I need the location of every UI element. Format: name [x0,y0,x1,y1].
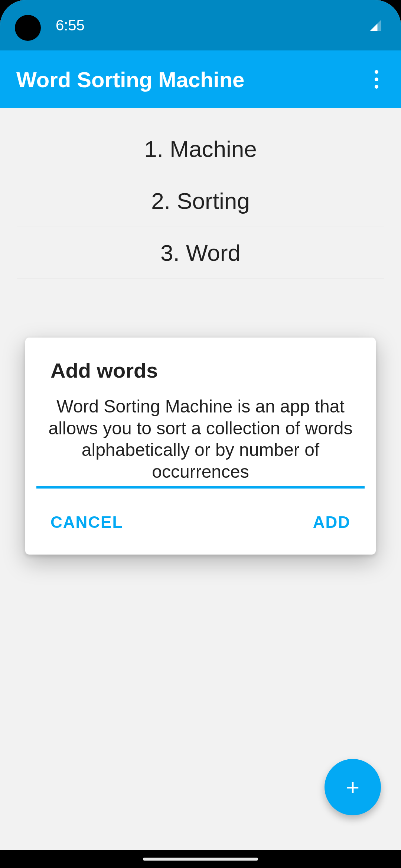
add-button[interactable]: ADD [312,511,352,534]
navigation-bar [0,850,401,868]
home-handle[interactable] [143,858,258,861]
cancel-button[interactable]: CANCEL [49,511,124,534]
plus-icon: + [346,776,359,799]
add-fab[interactable]: + [325,759,381,815]
add-words-input[interactable] [36,392,365,489]
dialog-title: Add words [25,358,376,392]
dialog-actions: CANCEL ADD [25,490,376,544]
dialog-overlay: Add words CANCEL ADD [0,0,401,850]
add-words-dialog: Add words CANCEL ADD [25,338,376,555]
